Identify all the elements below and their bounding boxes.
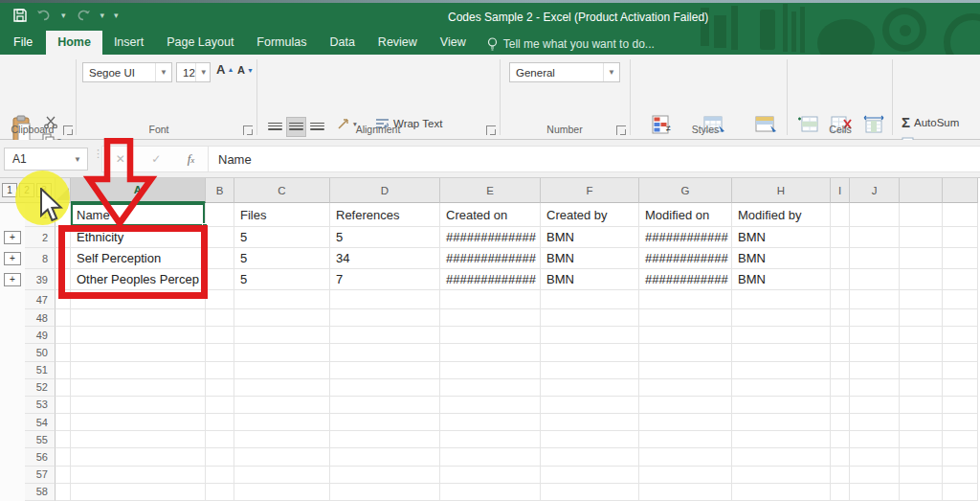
cell-C47[interactable]	[234, 290, 330, 309]
row-header-56[interactable]: 56	[25, 448, 56, 466]
cell-I8[interactable]	[831, 248, 850, 269]
cell-D52[interactable]	[330, 379, 440, 397]
formula-input[interactable]: Name	[209, 146, 980, 172]
cell-A49[interactable]	[71, 327, 206, 344]
row-header-51[interactable]: 51	[25, 362, 56, 379]
cell-stub-58[interactable]	[943, 484, 978, 501]
row-header-54[interactable]: 54	[25, 414, 56, 431]
cell-stub-47[interactable]	[943, 290, 978, 309]
cell-I39[interactable]	[831, 269, 850, 290]
row-header-39[interactable]: 39	[25, 269, 56, 290]
cell-H39[interactable]: BMN	[732, 269, 831, 290]
cell-J1[interactable]	[850, 203, 900, 227]
number-format-select[interactable]: General ▼	[509, 62, 620, 82]
row-header-58[interactable]: 58	[25, 484, 56, 501]
tab-insert[interactable]: Insert	[102, 31, 155, 55]
cell-J55[interactable]	[850, 431, 900, 448]
cell-stub-50[interactable]	[900, 344, 943, 361]
cell-G39[interactable]: ############	[639, 269, 732, 290]
save-icon[interactable]	[13, 9, 27, 22]
cell-B39[interactable]	[206, 269, 234, 290]
cell-G55[interactable]	[639, 431, 732, 448]
row-header-2[interactable]: 2	[25, 227, 56, 248]
cell-F58[interactable]	[541, 484, 639, 501]
number-dialog-launcher[interactable]	[616, 125, 626, 135]
cell-J51[interactable]	[850, 362, 900, 379]
cell-D55[interactable]	[330, 431, 440, 448]
cell-I54[interactable]	[831, 414, 850, 431]
cell-F51[interactable]	[541, 362, 639, 379]
cell-H56[interactable]	[732, 448, 831, 466]
cell-J8[interactable]	[850, 248, 900, 269]
cell-I49[interactable]	[831, 327, 850, 344]
cell-J58[interactable]	[850, 484, 900, 501]
cell-C39[interactable]: 5	[234, 269, 330, 290]
cell-G58[interactable]	[639, 484, 732, 501]
insert-function-icon[interactable]: fx	[188, 151, 195, 167]
cell-E52[interactable]	[440, 379, 541, 397]
tab-page-layout[interactable]: Page Layout	[155, 31, 245, 55]
cell-B58[interactable]	[206, 484, 234, 501]
cell-F56[interactable]	[541, 448, 639, 466]
cell-A56[interactable]	[71, 448, 206, 466]
row-header-57[interactable]: 57	[25, 467, 56, 484]
cell-B50[interactable]	[206, 344, 234, 361]
cell-J57[interactable]	[850, 467, 900, 484]
cell-J52[interactable]	[850, 379, 900, 397]
cell-J50[interactable]	[850, 344, 900, 361]
cell-J48[interactable]	[850, 309, 900, 327]
cell-stub-39[interactable]	[943, 269, 978, 290]
cell-E55[interactable]	[440, 431, 541, 448]
cell-stub-55[interactable]	[56, 431, 71, 448]
cell-H51[interactable]	[732, 362, 831, 379]
cell-J54[interactable]	[850, 414, 900, 431]
cell-D49[interactable]	[330, 327, 440, 344]
cell-E57[interactable]	[440, 467, 541, 484]
cell-F2[interactable]: BMN	[541, 227, 639, 248]
row-header-49[interactable]: 49	[25, 327, 56, 344]
cell-A57[interactable]	[71, 467, 206, 484]
cell-G54[interactable]	[639, 414, 732, 431]
column-header-C[interactable]: C	[234, 178, 330, 203]
cell-G49[interactable]	[639, 327, 732, 344]
column-header-B[interactable]: B	[206, 178, 234, 203]
expand-group-button-row-2[interactable]: +	[4, 231, 21, 244]
cell-E54[interactable]	[440, 414, 541, 431]
cell-D58[interactable]	[330, 484, 440, 501]
cell-stub-55[interactable]	[943, 431, 978, 448]
cell-B53[interactable]	[206, 397, 234, 414]
cell-stub-54[interactable]	[900, 414, 943, 431]
cell-B49[interactable]	[206, 327, 234, 344]
cell-D1[interactable]: References	[330, 203, 440, 227]
cell-G53[interactable]	[639, 397, 732, 414]
cell-stub-56[interactable]	[900, 448, 943, 466]
cell-E58[interactable]	[440, 484, 541, 501]
cell-E1[interactable]: Created on	[440, 203, 541, 227]
cell-stub-48[interactable]	[56, 309, 71, 327]
cell-stub-53[interactable]	[56, 397, 71, 414]
cell-E39[interactable]: #############	[440, 269, 541, 290]
cell-stub-47[interactable]	[900, 290, 943, 309]
cell-C55[interactable]	[234, 431, 330, 448]
cell-B54[interactable]	[206, 414, 234, 431]
cell-stub-51[interactable]	[943, 362, 978, 379]
cell-G52[interactable]	[639, 379, 732, 397]
decrease-font-button[interactable]: A▼	[237, 64, 254, 76]
cell-G48[interactable]	[639, 309, 732, 327]
cell-H8[interactable]: BMN	[732, 248, 831, 269]
cell-F53[interactable]	[541, 397, 639, 414]
tab-review[interactable]: Review	[367, 31, 429, 55]
cell-C8[interactable]: 5	[234, 248, 330, 269]
cell-I2[interactable]	[831, 227, 850, 248]
cell-E56[interactable]	[440, 448, 541, 466]
alignment-dialog-launcher[interactable]	[486, 125, 496, 135]
undo-caret-icon[interactable]: ▾	[61, 11, 66, 20]
cell-I58[interactable]	[831, 484, 850, 501]
row-header-53[interactable]: 53	[25, 397, 56, 414]
cell-J56[interactable]	[850, 448, 900, 466]
cell-stub-52[interactable]	[900, 379, 943, 397]
expand-group-button-row-39[interactable]: +	[4, 273, 21, 286]
cell-J47[interactable]	[850, 290, 900, 309]
cell-stub-52[interactable]	[943, 379, 978, 397]
cell-stub-39[interactable]	[900, 269, 943, 290]
